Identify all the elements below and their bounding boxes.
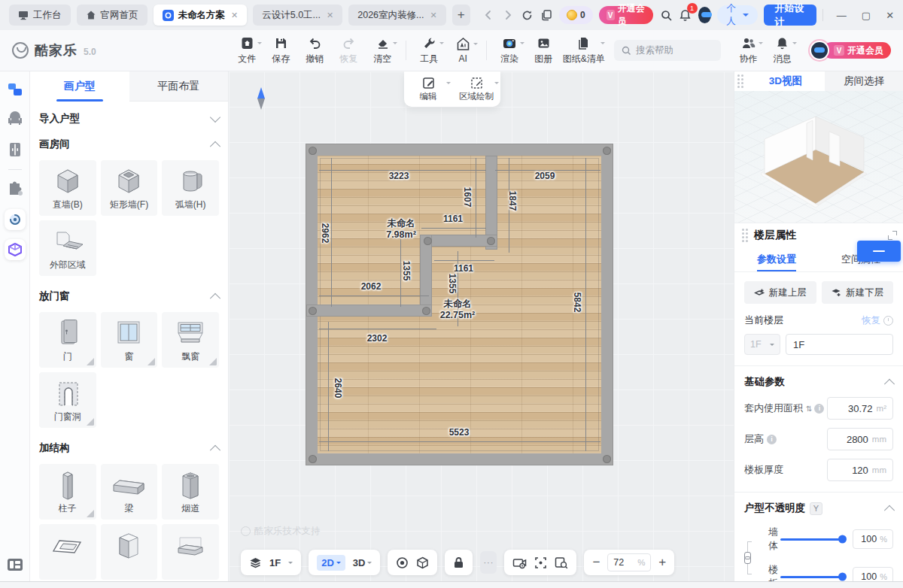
room-label[interactable]: 未命名 22.75m²: [440, 299, 476, 321]
interior-wall[interactable]: [306, 305, 432, 317]
drag-handle-icon[interactable]: [734, 71, 746, 91]
tool-beam[interactable]: 梁: [101, 464, 158, 520]
wall-opacity-slider[interactable]: [780, 538, 845, 541]
clear-button[interactable]: 清空: [366, 36, 400, 65]
furniture-tool-icon[interactable]: [5, 109, 26, 130]
panel-layout-toggle-icon[interactable]: [5, 554, 26, 575]
wall-corner-node[interactable]: [603, 147, 611, 155]
collapse-hint-button[interactable]: [857, 241, 901, 262]
assistant-avatar[interactable]: [810, 41, 829, 60]
section-import-floorplan[interactable]: 导入户型: [39, 106, 219, 132]
redo-button[interactable]: 恢复: [332, 36, 366, 65]
profile-menu[interactable]: 个人: [717, 5, 758, 25]
restore-link[interactable]: 恢复: [862, 314, 893, 327]
model-library-cube-icon[interactable]: [5, 239, 26, 260]
tool-structure-extra[interactable]: [39, 524, 96, 580]
tab-current-design[interactable]: 未命名方案 ✕: [154, 5, 248, 26]
wall-corner-node[interactable]: [309, 455, 317, 463]
tab-3d-view[interactable]: 3D视图: [746, 71, 825, 91]
undo-button[interactable]: 撤销: [298, 36, 332, 65]
expand-panel-icon[interactable]: [888, 231, 897, 240]
usable-area-input[interactable]: 30.72 m²: [827, 397, 893, 420]
tab-room-select[interactable]: 房间选择: [825, 71, 903, 91]
custom-cabinet-tool-icon[interactable]: [5, 139, 26, 160]
slab-thickness-input[interactable]: 120 mm: [827, 459, 893, 481]
tool-bay-window[interactable]: 飘窗: [162, 312, 219, 368]
notifications-bell-icon[interactable]: 1: [679, 7, 692, 23]
floor-height-input[interactable]: 2800 mm: [827, 428, 893, 450]
help-search-input[interactable]: 搜索帮助: [614, 40, 721, 61]
sort-updown-icon[interactable]: ⇅: [806, 405, 811, 413]
tab-workspace[interactable]: 工作台: [9, 5, 71, 26]
assistant-avatar[interactable]: [698, 7, 712, 23]
collaborate-button[interactable]: 协作: [731, 36, 765, 65]
vip-assistant-group[interactable]: V 开通会员: [810, 41, 891, 60]
floor-switcher[interactable]: 1F: [241, 550, 301, 575]
close-window-button[interactable]: ✕: [886, 10, 894, 21]
wall-corner-node[interactable]: [422, 307, 430, 315]
tool-straight-wall[interactable]: 直墙(B): [39, 160, 96, 216]
mode-3d-button[interactable]: 3D: [353, 557, 372, 568]
drag-handle-icon[interactable]: [740, 229, 749, 242]
tool-flue[interactable]: 烟道: [162, 464, 219, 520]
album-button[interactable]: 图册: [527, 36, 561, 65]
tool-column[interactable]: 柱子: [39, 464, 96, 520]
coin-balance[interactable]: 0: [559, 6, 593, 24]
more-tools-button[interactable]: ···: [480, 551, 497, 574]
wall-corner-node[interactable]: [487, 237, 495, 245]
opacity-section[interactable]: 户型不透明度 Y: [744, 502, 893, 515]
region-draw-button[interactable]: 区域绘制: [452, 71, 500, 107]
slab-opacity-input[interactable]: 100 %: [853, 567, 893, 581]
tab-homepage[interactable]: 官网首页: [77, 5, 147, 26]
back-icon[interactable]: [482, 7, 496, 23]
basic-params-section[interactable]: 基础参数: [744, 375, 893, 389]
slider-knob[interactable]: [838, 573, 847, 581]
roam-view-icon[interactable]: [396, 556, 409, 569]
new-tab-button[interactable]: +: [452, 5, 470, 26]
tool-window[interactable]: 窗: [101, 312, 158, 368]
zoom-out-button[interactable]: −: [592, 555, 600, 570]
forward-icon[interactable]: [501, 7, 515, 23]
tool-structure-extra[interactable]: [101, 524, 158, 580]
tool-door-window-opening[interactable]: 门窗洞: [39, 372, 96, 428]
save-button[interactable]: 保存: [264, 36, 298, 65]
wall-corner-node[interactable]: [309, 307, 317, 315]
refresh-icon[interactable]: [521, 7, 534, 23]
drawings-list-button[interactable]: 图纸&清单: [561, 36, 607, 65]
close-tab-icon[interactable]: ✕: [231, 11, 238, 20]
link-sliders-toggle[interactable]: [747, 541, 768, 574]
new-upper-floor-button[interactable]: 新建上层: [744, 281, 816, 304]
north-compass-icon[interactable]: [257, 83, 265, 114]
start-design-button[interactable]: 开始设计: [764, 5, 816, 26]
render-button[interactable]: 渲染: [493, 36, 527, 65]
wall-corner-node[interactable]: [309, 147, 317, 155]
minimize-button[interactable]: —: [837, 10, 847, 21]
floor-plan[interactable]: 3223 2059 1607 1847 1161 2962 1355 2062 …: [306, 144, 613, 465]
ai-menu-button[interactable]: AI: [446, 37, 480, 64]
tool-rect-wall[interactable]: 矩形墙(F): [101, 160, 158, 216]
zoom-level-input[interactable]: 72 %: [607, 553, 651, 571]
design-canvas[interactable]: 编辑 区域绘制: [229, 71, 734, 581]
duplicate-icon[interactable]: [540, 7, 553, 23]
plugins-puzzle-icon[interactable]: [5, 179, 26, 200]
section-add-structure[interactable]: 加结构: [39, 435, 219, 461]
smart-design-tool-icon[interactable]: [5, 209, 26, 230]
section-draw-rooms[interactable]: 画房间: [39, 132, 219, 157]
tools-menu-button[interactable]: 工具: [412, 36, 446, 65]
close-tab-icon[interactable]: ✕: [430, 11, 436, 20]
wall-corner-node[interactable]: [603, 455, 611, 463]
tab-parameter-settings[interactable]: 参数设置: [734, 247, 819, 271]
new-lower-floor-button[interactable]: 新建下层: [822, 281, 894, 304]
slider-knob[interactable]: [838, 535, 847, 544]
tab-flat-layout[interactable]: 平面布置: [129, 71, 229, 102]
tab-2026-decor[interactable]: 2026室内装修... ✕: [348, 5, 445, 26]
build-house-tool-icon[interactable]: [5, 79, 26, 100]
info-icon[interactable]: i: [767, 435, 777, 444]
info-icon[interactable]: i: [814, 404, 824, 414]
maximize-button[interactable]: ▢: [862, 10, 871, 21]
room-label[interactable]: 未命名 7.98m²: [386, 218, 416, 241]
close-tab-icon[interactable]: ✕: [327, 11, 333, 20]
slab-opacity-slider[interactable]: [780, 576, 845, 578]
section-doors-windows[interactable]: 放门窗: [39, 283, 219, 309]
lock-button[interactable]: [445, 550, 473, 575]
